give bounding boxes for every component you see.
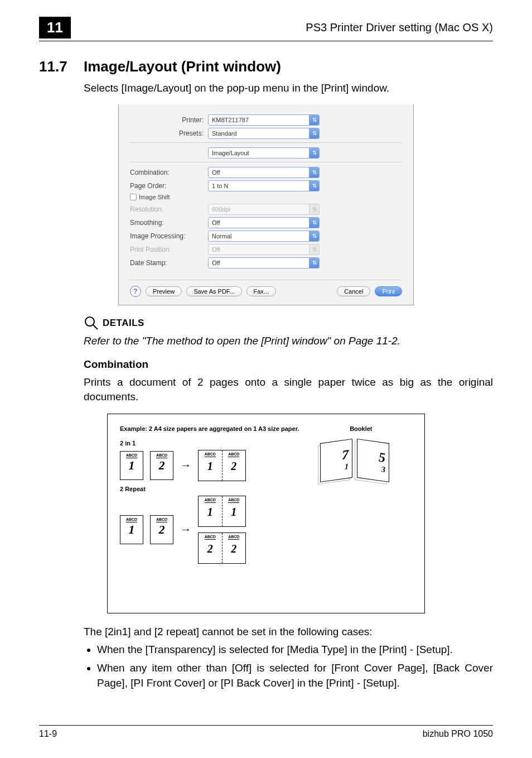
arrow-icon: → (180, 459, 191, 472)
dropdown-arrows-icon: ⇅ (309, 231, 319, 241)
section-title: Image/Layout (Print window) (84, 58, 281, 75)
abcd-label: ABCD (228, 452, 239, 457)
printer-label: Printer: (130, 116, 208, 124)
image-shift-checkbox[interactable]: Image Shift (130, 194, 402, 200)
page-order-label: Page Order: (130, 182, 208, 190)
divider (130, 142, 402, 143)
diagram-header-left: Example: 2 A4 size papers are aggregated… (120, 425, 310, 432)
dropdown-arrows-icon: ⇅ (309, 128, 319, 138)
page-num: 7 (342, 447, 349, 463)
abcd-label: ABCD (205, 535, 216, 540)
dropdown-arrows-icon: ⇅ (309, 167, 319, 177)
smoothing-value: Off (212, 219, 220, 226)
page-num: 1 (207, 459, 213, 472)
abcd-label: ABCD (205, 452, 216, 457)
divider (130, 162, 402, 162)
label-2in1: 2 in 1 (120, 440, 299, 447)
date-stamp-label: Date Stamp: (130, 259, 208, 267)
pane-select-value: Image/Layout (212, 150, 249, 156)
page-num: 2 (159, 458, 165, 473)
image-processing-label: Image Processing: (130, 232, 208, 240)
image-processing-value: Normal (212, 233, 231, 239)
small-page: ABCD 1 (120, 451, 143, 480)
abcd-label: ABCD (156, 517, 167, 522)
presets-select[interactable]: Standard ⇅ (208, 128, 320, 139)
diagram-header-right: Booklet (310, 425, 412, 432)
page-num: 2 (231, 542, 236, 555)
page-num: 5 (379, 449, 385, 466)
page-num: 2 (207, 542, 213, 555)
page-order-value: 1 to N (212, 183, 228, 189)
section-number: 11.7 (39, 58, 84, 75)
booklet-illustration: 7 1 5 3 (316, 438, 399, 488)
big-page: ABCD2 ABCD2 (198, 532, 246, 564)
svg-line-1 (93, 325, 98, 329)
intro-paragraph: Selects [Image/Layout] on the pop-up men… (84, 81, 493, 96)
page-num: 1 (129, 522, 135, 537)
details-label: DETAILS (103, 318, 144, 329)
smoothing-select[interactable]: Off ⇅ (208, 217, 320, 228)
running-title: PS3 Printer Driver setting (Mac OS X) (306, 21, 493, 34)
abcd-label: ABCD (156, 453, 167, 458)
cancel-button[interactable]: Cancel (337, 286, 370, 296)
combination-heading: Combination (84, 358, 493, 371)
print-position-select: Off ⇅ (208, 244, 320, 255)
details-body: Refer to the "The method to open the [Pr… (84, 335, 493, 347)
small-page: ABCD 2 (150, 515, 173, 544)
presets-label: Presets: (130, 129, 208, 137)
abcd-label: ABCD (126, 453, 137, 458)
printer-select-value: KM8T211787 (212, 117, 249, 123)
checkbox-box-icon (130, 194, 137, 200)
dropdown-arrows-icon: ⇅ (309, 258, 319, 268)
smoothing-label: Smoothing: (130, 219, 208, 227)
pane-select[interactable]: Image/Layout ⇅ (208, 147, 320, 159)
preview-button[interactable]: Preview (146, 286, 182, 296)
chapter-number-badge: 11 (39, 17, 71, 39)
dropdown-arrows-icon: ⇅ (309, 244, 319, 255)
product-name: bizhub PRO 1050 (423, 729, 493, 739)
combination-value: Off (212, 169, 220, 176)
print-position-value: Off (212, 246, 220, 253)
diagram-2in1-row: ABCD 1 ABCD 2 → ABCD1 ABCD2 (120, 450, 299, 481)
combination-select[interactable]: Off ⇅ (208, 167, 320, 178)
date-stamp-select[interactable]: Off ⇅ (208, 257, 320, 268)
dropdown-arrows-icon: ⇅ (309, 148, 319, 158)
page-number: 11-9 (39, 729, 57, 739)
abcd-label: ABCD (228, 535, 239, 540)
small-page: ABCD 2 (150, 451, 173, 480)
page-num: 1 (207, 505, 213, 518)
combination-label: Combination: (130, 169, 208, 176)
help-button[interactable]: ? (130, 286, 141, 297)
image-processing-select[interactable]: Normal ⇅ (208, 231, 320, 242)
print-button[interactable]: Print (375, 286, 402, 296)
dialog-footer: ? Preview Save As PDF... Fax... Cancel P… (130, 280, 402, 297)
section-heading: 11.7 Image/Layout (Print window) (39, 58, 493, 75)
combination-body: Prints a document of 2 pages onto a sing… (84, 375, 493, 405)
details-block: DETAILS Refer to the "The method to open… (84, 315, 493, 347)
bullet-item: When any item other than [Off] is select… (97, 661, 493, 690)
abcd-label: ABCD (205, 498, 216, 503)
date-stamp-value: Off (212, 260, 220, 266)
print-dialog: Printer: KM8T211787 ⇅ Presets: Standard … (118, 104, 414, 305)
page-order-select[interactable]: 1 to N ⇅ (208, 180, 320, 191)
resolution-label: Resolution: (130, 205, 208, 213)
bullet-item: When the [Transparency] is selected for … (97, 642, 493, 658)
abcd-label: ABCD (228, 498, 239, 503)
dropdown-arrows-icon: ⇅ (309, 204, 319, 214)
dropdown-arrows-icon: ⇅ (309, 115, 319, 125)
resolution-select: 600dpi ⇅ (208, 204, 320, 215)
arrow-icon: → (180, 523, 191, 536)
printer-select[interactable]: KM8T211787 ⇅ (208, 114, 320, 126)
print-position-label: Print Position: (130, 246, 208, 253)
big-page: ABCD1 ABCD2 (198, 450, 246, 481)
magnifier-icon (84, 315, 99, 331)
page-footer: 11-9 bizhub PRO 1050 (39, 725, 493, 739)
page-num: 3 (381, 464, 385, 474)
save-as-pdf-button[interactable]: Save As PDF... (186, 286, 241, 296)
combination-diagram: Example: 2 A4 size papers are aggregated… (107, 414, 425, 613)
fax-button[interactable]: Fax... (246, 286, 277, 296)
booklet-right-page: 5 3 (357, 439, 389, 482)
page-num: 1 (345, 462, 349, 471)
image-shift-label: Image Shift (139, 194, 170, 200)
resolution-value: 600dpi (212, 206, 230, 213)
